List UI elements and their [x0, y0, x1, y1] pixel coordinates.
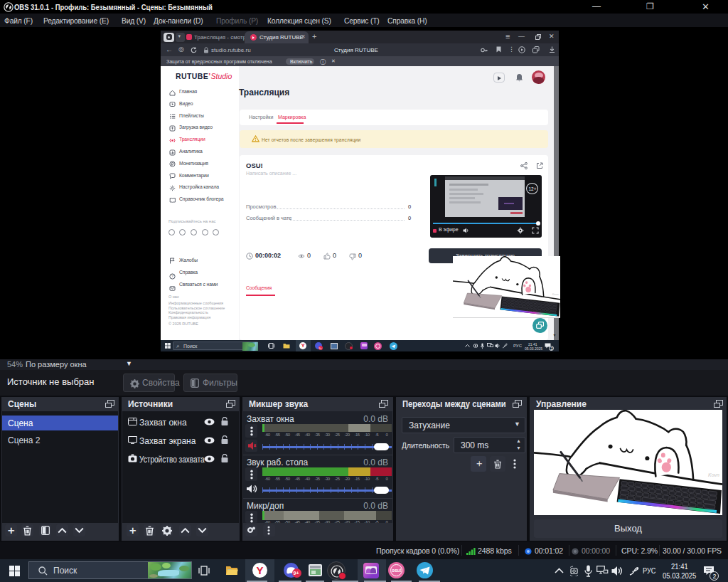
- svg-text:?: ?: [171, 274, 173, 278]
